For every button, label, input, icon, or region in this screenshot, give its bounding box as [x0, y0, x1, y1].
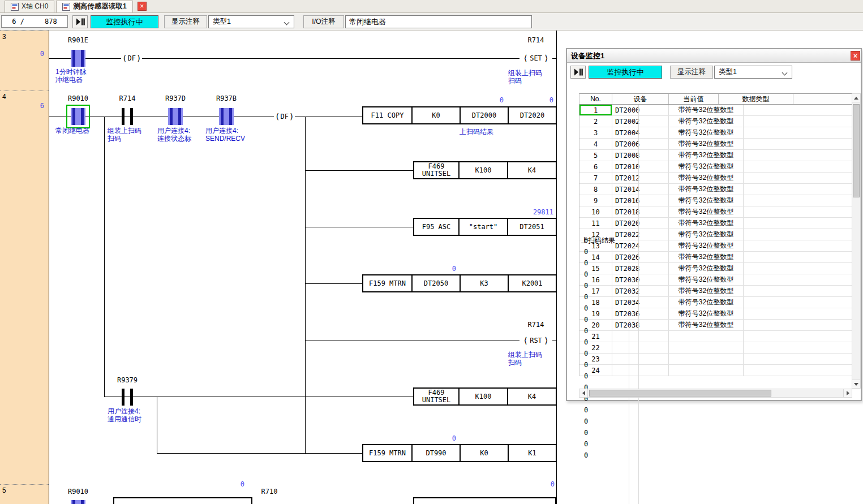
- column-header-comment[interactable]: [793, 94, 853, 104]
- table-row[interactable]: 4DT20060带符号32位整数型: [579, 139, 852, 150]
- horizontal-scroll-thumb[interactable]: [589, 390, 771, 397]
- operand-cell: K3: [460, 275, 508, 291]
- contact-R9379[interactable]: [120, 389, 135, 406]
- monitor-window-titlebar[interactable]: 设备监控1 ×: [567, 49, 861, 63]
- close-icon: ×: [140, 3, 144, 10]
- column-header-type[interactable]: 数据类型: [719, 94, 793, 104]
- instruction-box-f159-mtrn[interactable]: F159 MTRN DT990 K0 K1: [362, 444, 557, 462]
- table-row[interactable]: 10DT20180带符号32位整数型: [579, 206, 852, 218]
- df-instruction[interactable]: DF: [121, 53, 142, 63]
- table-row[interactable]: 1DT20000带符号32位整数型上扫码结果: [579, 105, 852, 116]
- contact-R937B[interactable]: [219, 108, 234, 125]
- tab-close-button[interactable]: ×: [138, 2, 147, 11]
- vertical-scroll-thumb[interactable]: [853, 104, 860, 197]
- table-row[interactable]: 11DT20200带符号32位整数型: [579, 218, 852, 229]
- table-row[interactable]: 24: [579, 365, 852, 376]
- instruction-box-partial[interactable]: [113, 497, 252, 504]
- contact-R714[interactable]: [120, 108, 135, 125]
- rung-margin-3[interactable]: [0, 31, 49, 91]
- instruction-box-f11-copy[interactable]: F11 COPY K0 DT2000 DT2020: [362, 106, 557, 124]
- table-row[interactable]: 6DT20100带符号32位整数型: [579, 161, 852, 173]
- scroll-left-button[interactable]: [579, 389, 588, 398]
- show-comment-label: 显示注释: [164, 15, 207, 28]
- table-row[interactable]: 23: [579, 354, 852, 365]
- instruction-box-partial[interactable]: [413, 497, 556, 504]
- cell-type: 带符号32位整数型: [669, 252, 744, 262]
- operand-cell: DT2051: [507, 219, 556, 235]
- vertical-scrollbar[interactable]: [852, 93, 861, 389]
- table-row[interactable]: 12DT20220带符号32位整数型: [579, 229, 852, 240]
- contact-R901E[interactable]: [71, 50, 85, 67]
- device-label-R9010: R9010: [61, 94, 95, 102]
- device-label-R714: R714: [519, 321, 552, 329]
- table-row[interactable]: 19DT20360带符号32位整数型: [579, 308, 852, 320]
- tab-label: X轴 CH0: [22, 2, 48, 11]
- operand-cell: K0: [460, 445, 508, 461]
- device-monitor-window: 设备监控1 × 监控执行中 显示注释 类型1 No. 设备 当前值 数据类型 1…: [566, 48, 862, 401]
- scroll-right-button[interactable]: [843, 389, 852, 398]
- operand-cell: K2001: [508, 275, 556, 291]
- table-row[interactable]: 3DT20040带符号32位整数型: [579, 127, 852, 139]
- ladder-tab-icon: [11, 3, 19, 11]
- rst-coil[interactable]: RST: [519, 335, 552, 346]
- table-row[interactable]: 17DT20320带符号32位整数型: [579, 286, 852, 297]
- instruction-box-f469-unitsel[interactable]: F469UNITSEL K100 K4: [413, 387, 557, 406]
- monitor-toggle-button[interactable]: [72, 15, 88, 28]
- table-row[interactable]: 18DT20340带符号32位整数型: [579, 297, 852, 308]
- comment-type-value: 类型1: [213, 17, 231, 27]
- table-row[interactable]: 15DT20280带符号32位整数型: [579, 263, 852, 274]
- operand-cell: K1: [508, 445, 556, 461]
- operand-cell: DT2000: [460, 107, 508, 123]
- df-instruction[interactable]: DF: [274, 111, 295, 122]
- cell-type: 带符号32位整数型: [669, 173, 744, 183]
- operand-cell: DT990: [411, 445, 460, 461]
- contact-R937D[interactable]: [168, 108, 183, 125]
- tab-height-sensor-read-1[interactable]: 测高传感器读取1: [56, 1, 132, 12]
- comment-type-select[interactable]: 类型1: [714, 66, 792, 79]
- cell-type: 带符号32位整数型: [669, 116, 744, 127]
- instruction-box-f469-unitsel[interactable]: F469UNITSEL K100 K4: [413, 161, 557, 179]
- table-row[interactable]: 8DT20140带符号32位整数型: [579, 184, 852, 195]
- tab-x-axis-ch0[interactable]: X轴 CH0: [5, 1, 54, 12]
- table-row[interactable]: 9DT20160带符号32位整数型: [579, 195, 852, 206]
- rung-margin-5[interactable]: [0, 484, 49, 504]
- rung-margin-4[interactable]: [0, 91, 49, 484]
- table-row[interactable]: 21: [579, 331, 852, 342]
- set-coil[interactable]: SET: [519, 53, 552, 63]
- table-row[interactable]: 13DT20240带符号32位整数型: [579, 240, 852, 252]
- table-row[interactable]: 22: [579, 342, 852, 354]
- column-header-no[interactable]: No.: [579, 94, 612, 104]
- wire: [49, 117, 362, 117]
- table-row[interactable]: 7DT20120带符号32位整数型: [579, 173, 852, 184]
- monitor-close-button[interactable]: ×: [851, 51, 860, 61]
- monitor-table-body: 1DT20000带符号32位整数型上扫码结果 2DT20020带符号32位整数型…: [579, 105, 852, 376]
- cell-comment: [579, 365, 639, 504]
- table-row[interactable]: 2DT20020带符号32位整数型: [579, 116, 852, 127]
- table-row[interactable]: 5DT20080带符号32位整数型: [579, 150, 852, 161]
- table-row[interactable]: 14DT20260带符号32位整数型: [579, 252, 852, 263]
- scroll-down-button[interactable]: [852, 380, 861, 389]
- operand-cell: "start": [458, 219, 507, 235]
- monitor-table-header: No. 设备 当前值 数据类型: [579, 93, 852, 105]
- instruction-box-f159-mtrn[interactable]: F159 MTRN DT2050 K3 K2001: [362, 274, 557, 292]
- horizontal-scrollbar[interactable]: [579, 389, 852, 398]
- device-label-R9010: R9010: [61, 488, 95, 496]
- column-header-device[interactable]: 设备: [612, 94, 669, 104]
- cell-type: 带符号32位整数型: [669, 240, 744, 251]
- device-comment: 组装上扫码扫码: [508, 69, 542, 85]
- table-row[interactable]: 16DT20300带符号32位整数型: [579, 274, 852, 286]
- contact-R9010[interactable]: [71, 500, 85, 504]
- instruction-box-f95-asc[interactable]: F95 ASC "start" DT2051: [413, 218, 557, 236]
- show-comment-label: 显示注释: [670, 66, 713, 79]
- comment-type-select[interactable]: 类型1: [208, 15, 294, 28]
- monitor-value: 0: [410, 265, 456, 273]
- step-position-field[interactable]: 6 / 878: [1, 15, 68, 28]
- cell-type: 带符号32位整数型: [669, 150, 744, 161]
- table-row[interactable]: 20DT20380带符号32位整数型: [579, 320, 852, 331]
- column-header-value[interactable]: 当前值: [669, 94, 719, 104]
- monitor-toggle-button[interactable]: [570, 66, 586, 79]
- io-comment-input[interactable]: [345, 15, 532, 28]
- wire: [306, 341, 556, 341]
- scroll-up-button[interactable]: [852, 93, 861, 102]
- monitor-status-badge: 监控执行中: [91, 15, 158, 28]
